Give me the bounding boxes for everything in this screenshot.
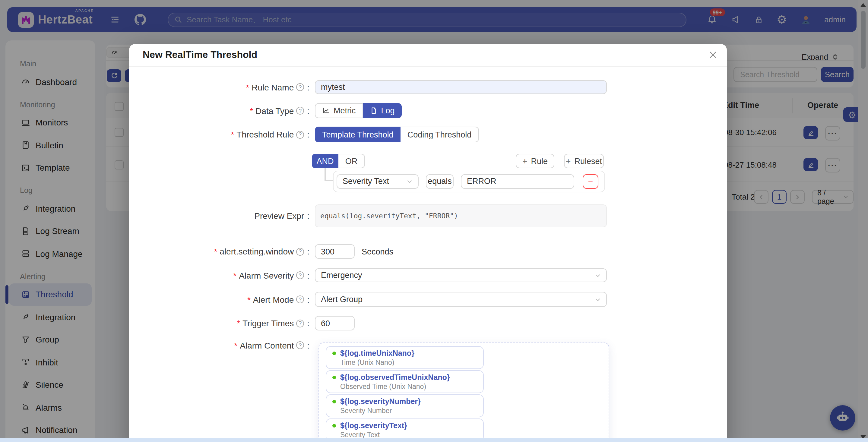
- rule-value-input[interactable]: [461, 174, 574, 188]
- rule-name-row: Rule Name: [129, 80, 727, 94]
- variable-option[interactable]: ${log.timeUnixNano} Time (Unix Nano): [326, 346, 484, 369]
- trigger-times-input[interactable]: [315, 316, 355, 330]
- preview-expr-label: Preview Expr: [129, 204, 309, 227]
- chevron-down-icon: [595, 296, 601, 303]
- threshold-rule-row: Threshold Rule Template Threshold Coding…: [129, 127, 727, 142]
- window-unit: Seconds: [362, 247, 393, 256]
- alarm-severity-select[interactable]: Emergency: [315, 269, 607, 282]
- alert-mode-label: Alert Mode: [129, 292, 309, 307]
- alarm-severity-row: Alarm Severity Emergency: [129, 269, 727, 282]
- window-input[interactable]: [315, 244, 355, 259]
- data-type-metric-button[interactable]: Metric: [315, 103, 363, 118]
- add-rule-button[interactable]: Rule: [516, 154, 554, 168]
- rule-connector-horizontal: [324, 180, 333, 181]
- plus-icon: [566, 156, 570, 166]
- chevron-down-icon: [407, 178, 412, 184]
- green-dot-icon: [332, 400, 336, 403]
- required-asterisk: [247, 294, 251, 304]
- logic-segmented: AND OR: [312, 154, 365, 168]
- alert-mode-select[interactable]: Alert Group: [315, 292, 607, 307]
- modal-title: New RealTime Threshold: [143, 50, 709, 61]
- variable-option[interactable]: ${log.severityNumber} Severity Number: [326, 394, 484, 417]
- help-icon[interactable]: [296, 319, 304, 327]
- required-asterisk: [250, 106, 253, 116]
- help-icon[interactable]: [296, 341, 304, 349]
- help-icon[interactable]: [296, 83, 304, 91]
- data-type-segmented: Metric Log: [315, 103, 402, 118]
- rule-connector-vertical: [324, 168, 326, 181]
- and-button[interactable]: AND: [312, 154, 338, 168]
- rule-condition-box: Severity Text equals: [333, 171, 605, 192]
- rule-name-input[interactable]: [315, 80, 607, 94]
- green-dot-icon: [332, 424, 336, 428]
- new-threshold-modal: New RealTime Threshold Rule Name Data Ty…: [129, 44, 727, 442]
- help-icon[interactable]: [296, 295, 304, 303]
- close-icon[interactable]: [709, 51, 717, 59]
- line-chart-icon: [322, 107, 330, 115]
- alert-mode-row: Alert Mode Alert Group: [129, 292, 727, 307]
- rule-operator[interactable]: equals: [426, 174, 454, 188]
- green-dot-icon: [332, 376, 336, 379]
- trigger-times-row: Trigger Times: [129, 316, 727, 330]
- or-button[interactable]: OR: [338, 154, 365, 168]
- template-threshold-button[interactable]: Template Threshold: [315, 127, 401, 142]
- window-label: alert.setting.window: [129, 244, 309, 259]
- preview-expression: equals(log.severityText, "ERROR"): [315, 204, 607, 227]
- help-icon[interactable]: [296, 107, 304, 115]
- plus-icon: [522, 156, 527, 166]
- rule-field-select[interactable]: Severity Text: [337, 174, 418, 188]
- variable-description: Severity Number: [340, 407, 477, 414]
- alarm-content-label: Alarm Content: [129, 339, 309, 351]
- required-asterisk: [237, 318, 240, 328]
- add-ruleset-button[interactable]: Ruleset: [564, 154, 604, 168]
- alarm-severity-label: Alarm Severity: [129, 269, 309, 282]
- trigger-times-label: Trigger Times: [129, 316, 309, 330]
- required-asterisk: [246, 82, 249, 92]
- horizontal-scrollbar[interactable]: [0, 438, 868, 442]
- modal-header: New RealTime Threshold: [129, 44, 727, 67]
- required-asterisk: [214, 247, 217, 256]
- green-dot-icon: [332, 352, 336, 355]
- variable-description: Time (Unix Nano): [340, 359, 477, 366]
- rule-name-label: Rule Name: [129, 80, 309, 94]
- window-row: alert.setting.window Seconds: [129, 244, 727, 259]
- app-root: APACHE HertzBeat 99+: [0, 0, 868, 442]
- variable-option[interactable]: ${log.observedTimeUnixNano} Observed Tim…: [326, 370, 484, 393]
- coding-threshold-button[interactable]: Coding Threshold: [401, 127, 479, 142]
- threshold-rule-segmented: Template Threshold Coding Threshold: [315, 127, 478, 142]
- log-file-icon: [370, 107, 378, 115]
- variable-description: Severity Text: [340, 431, 477, 438]
- preview-expr-row: Preview Expr equals(log.severityText, "E…: [129, 204, 727, 227]
- data-type-label: Data Type: [129, 103, 309, 118]
- variable-description: Observed Time (Unix Nano): [340, 383, 477, 390]
- threshold-rule-label: Threshold Rule: [129, 127, 309, 142]
- required-asterisk: [233, 271, 237, 280]
- required-asterisk: [231, 130, 234, 139]
- help-icon[interactable]: [296, 248, 304, 255]
- help-icon[interactable]: [296, 131, 304, 138]
- remove-rule-button[interactable]: [583, 174, 598, 188]
- data-type-log-button[interactable]: Log: [363, 103, 402, 118]
- chevron-down-icon: [595, 272, 601, 278]
- data-type-row: Data Type Metric Log: [129, 103, 727, 118]
- logic-row: AND OR Rule Ruleset: [129, 154, 727, 168]
- required-asterisk: [234, 340, 237, 350]
- variable-suggestion-panel: ${log.timeUnixNano} Time (Unix Nano) ${l…: [318, 343, 609, 442]
- help-icon[interactable]: [296, 271, 304, 279]
